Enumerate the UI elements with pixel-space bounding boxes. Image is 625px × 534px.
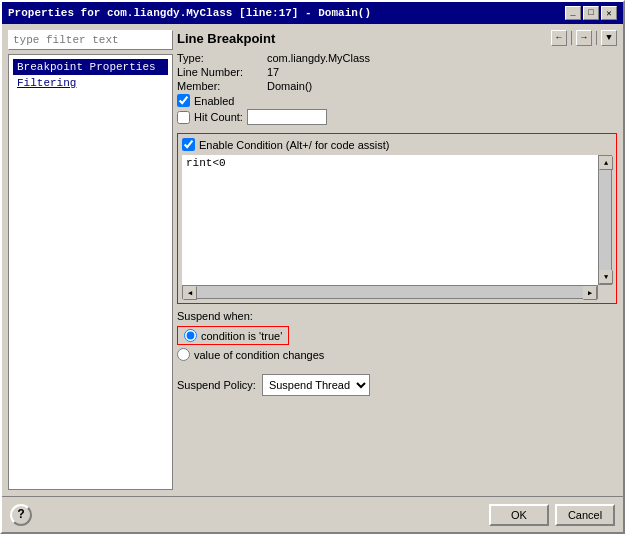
help-button[interactable]: ? — [10, 504, 32, 526]
bottom-bar: ? OK Cancel — [2, 496, 623, 532]
action-buttons: OK Cancel — [489, 504, 615, 526]
main-window: Properties for com.liangdy.MyClass [line… — [0, 0, 625, 534]
condition-checkbox[interactable] — [182, 138, 195, 151]
type-label: Type: — [177, 52, 267, 64]
type-value: com.liangdy.MyClass — [267, 52, 370, 64]
suspend-when-section: Suspend when: condition is 'true' value … — [177, 310, 617, 364]
line-value: 17 — [267, 66, 279, 78]
suspend-policy-row: Suspend Policy: Suspend Thread Suspend V… — [177, 374, 617, 396]
condition-changes-label: value of condition changes — [194, 349, 324, 361]
hit-count-checkbox[interactable] — [177, 111, 190, 124]
left-panel: Breakpoint Properties Filtering — [8, 30, 173, 490]
enabled-label: Enabled — [194, 95, 234, 107]
vertical-scrollbar[interactable]: ▲ ▼ — [598, 155, 612, 285]
scroll-down-button[interactable]: ▼ — [599, 270, 613, 284]
content-area: Breakpoint Properties Filtering Line Bre… — [2, 24, 623, 496]
condition-changes-radio[interactable] — [177, 348, 190, 361]
tree-item-filtering[interactable]: Filtering — [13, 75, 168, 91]
right-panel: Line Breakpoint ← → ▼ Type: com.liangdy.… — [177, 30, 617, 490]
nav-separator-2 — [596, 31, 597, 45]
enabled-row: Enabled — [177, 94, 617, 107]
condition-true-radio[interactable] — [184, 329, 197, 342]
nav-forward-button[interactable]: → — [576, 30, 592, 46]
nav-buttons: ← → ▼ — [551, 30, 617, 46]
cancel-button[interactable]: Cancel — [555, 504, 615, 526]
tree-panel: Breakpoint Properties Filtering — [8, 54, 173, 490]
condition-input-area: ▲ ▼ ◀ ▶ — [182, 155, 612, 299]
line-row: Line Number: 17 — [177, 66, 617, 78]
hit-count-input[interactable] — [247, 109, 327, 125]
condition-header: Enable Condition (Alt+/ for code assist) — [182, 138, 612, 151]
type-row: Type: com.liangdy.MyClass — [177, 52, 617, 64]
suspend-when-label: Suspend when: — [177, 310, 617, 322]
suspend-policy-dropdown[interactable]: Suspend Thread Suspend VM — [262, 374, 370, 396]
maximize-button[interactable]: □ — [583, 6, 599, 20]
textarea-wrapper: ▲ ▼ — [182, 155, 612, 285]
nav-back-button[interactable]: ← — [551, 30, 567, 46]
member-row: Member: Domain() — [177, 80, 617, 92]
section-title: Line Breakpoint — [177, 31, 275, 46]
title-bar-buttons: _ □ ✕ — [565, 6, 617, 20]
condition-textarea[interactable] — [182, 155, 598, 285]
condition-true-label: condition is 'true' — [201, 330, 282, 342]
tree-item-breakpoint-properties[interactable]: Breakpoint Properties — [13, 59, 168, 75]
scroll-track-v — [599, 170, 611, 270]
scroll-right-button[interactable]: ▶ — [583, 286, 597, 300]
member-label: Member: — [177, 80, 267, 92]
nav-dropdown-button[interactable]: ▼ — [601, 30, 617, 46]
ok-button[interactable]: OK — [489, 504, 549, 526]
enabled-checkbox[interactable] — [177, 94, 190, 107]
scroll-left-button[interactable]: ◀ — [183, 286, 197, 300]
line-label: Line Number: — [177, 66, 267, 78]
suspend-policy-select[interactable]: Suspend Thread Suspend VM — [263, 375, 369, 395]
right-header: Line Breakpoint ← → ▼ — [177, 30, 617, 46]
hit-count-label: Hit Count: — [194, 111, 243, 123]
minimize-button[interactable]: _ — [565, 6, 581, 20]
condition-label: Enable Condition (Alt+/ for code assist) — [199, 139, 389, 151]
scroll-up-button[interactable]: ▲ — [599, 156, 613, 170]
condition-section: Enable Condition (Alt+/ for code assist)… — [177, 133, 617, 304]
condition-true-row: condition is 'true' — [177, 326, 289, 345]
scroll-track-h — [197, 286, 583, 298]
hit-count-row: Hit Count: — [177, 109, 617, 125]
horizontal-scrollbar[interactable]: ◀ ▶ — [182, 285, 598, 299]
info-section: Type: com.liangdy.MyClass Line Number: 1… — [177, 52, 617, 127]
filter-input[interactable] — [8, 30, 173, 50]
close-button[interactable]: ✕ — [601, 6, 617, 20]
condition-changes-row: value of condition changes — [177, 348, 617, 361]
member-value: Domain() — [267, 80, 312, 92]
title-bar: Properties for com.liangdy.MyClass [line… — [2, 2, 623, 24]
nav-separator — [571, 31, 572, 45]
window-title: Properties for com.liangdy.MyClass [line… — [8, 7, 371, 19]
suspend-policy-label: Suspend Policy: — [177, 379, 256, 391]
